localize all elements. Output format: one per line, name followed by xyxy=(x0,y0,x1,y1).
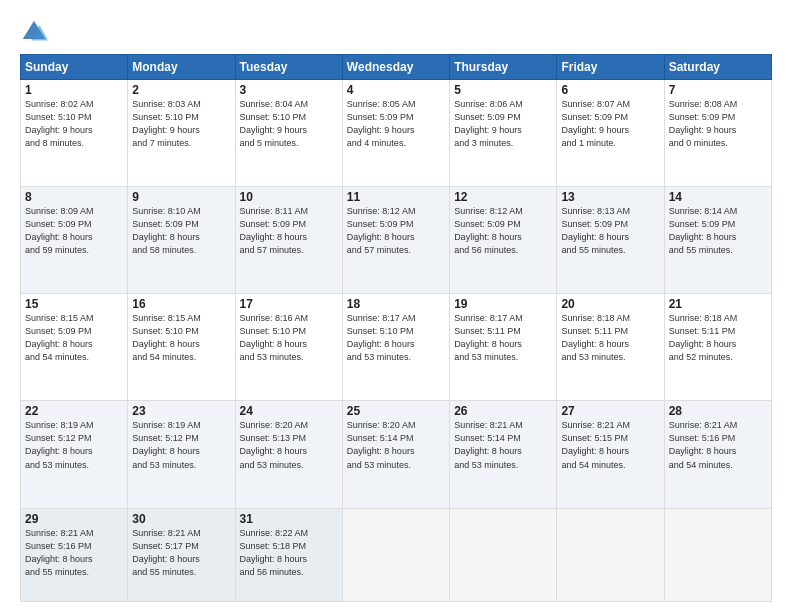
day-number: 3 xyxy=(240,83,338,97)
header xyxy=(20,18,772,46)
calendar-cell: 16Sunrise: 8:15 AM Sunset: 5:10 PM Dayli… xyxy=(128,294,235,401)
calendar-cell: 22Sunrise: 8:19 AM Sunset: 5:12 PM Dayli… xyxy=(21,401,128,508)
calendar-week-row: 15Sunrise: 8:15 AM Sunset: 5:09 PM Dayli… xyxy=(21,294,772,401)
day-number: 11 xyxy=(347,190,445,204)
calendar-week-row: 1Sunrise: 8:02 AM Sunset: 5:10 PM Daylig… xyxy=(21,80,772,187)
day-number: 31 xyxy=(240,512,338,526)
calendar-cell: 11Sunrise: 8:12 AM Sunset: 5:09 PM Dayli… xyxy=(342,187,449,294)
day-info: Sunrise: 8:15 AM Sunset: 5:10 PM Dayligh… xyxy=(132,312,230,364)
day-number: 18 xyxy=(347,297,445,311)
calendar-cell: 12Sunrise: 8:12 AM Sunset: 5:09 PM Dayli… xyxy=(450,187,557,294)
calendar-week-row: 22Sunrise: 8:19 AM Sunset: 5:12 PM Dayli… xyxy=(21,401,772,508)
calendar-cell: 8Sunrise: 8:09 AM Sunset: 5:09 PM Daylig… xyxy=(21,187,128,294)
day-info: Sunrise: 8:17 AM Sunset: 5:11 PM Dayligh… xyxy=(454,312,552,364)
page: SundayMondayTuesdayWednesdayThursdayFrid… xyxy=(0,0,792,612)
day-header-thursday: Thursday xyxy=(450,55,557,80)
calendar-table: SundayMondayTuesdayWednesdayThursdayFrid… xyxy=(20,54,772,602)
day-number: 5 xyxy=(454,83,552,97)
calendar-cell: 9Sunrise: 8:10 AM Sunset: 5:09 PM Daylig… xyxy=(128,187,235,294)
day-info: Sunrise: 8:20 AM Sunset: 5:13 PM Dayligh… xyxy=(240,419,338,471)
day-number: 21 xyxy=(669,297,767,311)
day-info: Sunrise: 8:12 AM Sunset: 5:09 PM Dayligh… xyxy=(347,205,445,257)
calendar-cell: 3Sunrise: 8:04 AM Sunset: 5:10 PM Daylig… xyxy=(235,80,342,187)
day-number: 9 xyxy=(132,190,230,204)
day-number: 24 xyxy=(240,404,338,418)
calendar-cell: 27Sunrise: 8:21 AM Sunset: 5:15 PM Dayli… xyxy=(557,401,664,508)
calendar-cell xyxy=(557,508,664,602)
calendar-cell: 31Sunrise: 8:22 AM Sunset: 5:18 PM Dayli… xyxy=(235,508,342,602)
day-number: 22 xyxy=(25,404,123,418)
day-info: Sunrise: 8:19 AM Sunset: 5:12 PM Dayligh… xyxy=(25,419,123,471)
day-info: Sunrise: 8:21 AM Sunset: 5:14 PM Dayligh… xyxy=(454,419,552,471)
day-number: 30 xyxy=(132,512,230,526)
day-number: 15 xyxy=(25,297,123,311)
day-info: Sunrise: 8:21 AM Sunset: 5:17 PM Dayligh… xyxy=(132,527,230,579)
calendar-week-row: 8Sunrise: 8:09 AM Sunset: 5:09 PM Daylig… xyxy=(21,187,772,294)
day-info: Sunrise: 8:19 AM Sunset: 5:12 PM Dayligh… xyxy=(132,419,230,471)
calendar-cell: 7Sunrise: 8:08 AM Sunset: 5:09 PM Daylig… xyxy=(664,80,771,187)
day-number: 26 xyxy=(454,404,552,418)
day-header-tuesday: Tuesday xyxy=(235,55,342,80)
day-number: 8 xyxy=(25,190,123,204)
calendar-cell: 1Sunrise: 8:02 AM Sunset: 5:10 PM Daylig… xyxy=(21,80,128,187)
day-info: Sunrise: 8:04 AM Sunset: 5:10 PM Dayligh… xyxy=(240,98,338,150)
calendar-cell: 21Sunrise: 8:18 AM Sunset: 5:11 PM Dayli… xyxy=(664,294,771,401)
day-number: 13 xyxy=(561,190,659,204)
day-header-saturday: Saturday xyxy=(664,55,771,80)
day-info: Sunrise: 8:21 AM Sunset: 5:16 PM Dayligh… xyxy=(669,419,767,471)
day-info: Sunrise: 8:14 AM Sunset: 5:09 PM Dayligh… xyxy=(669,205,767,257)
calendar-cell: 20Sunrise: 8:18 AM Sunset: 5:11 PM Dayli… xyxy=(557,294,664,401)
day-info: Sunrise: 8:18 AM Sunset: 5:11 PM Dayligh… xyxy=(669,312,767,364)
day-number: 19 xyxy=(454,297,552,311)
day-info: Sunrise: 8:11 AM Sunset: 5:09 PM Dayligh… xyxy=(240,205,338,257)
day-info: Sunrise: 8:22 AM Sunset: 5:18 PM Dayligh… xyxy=(240,527,338,579)
calendar-cell: 15Sunrise: 8:15 AM Sunset: 5:09 PM Dayli… xyxy=(21,294,128,401)
day-number: 4 xyxy=(347,83,445,97)
day-info: Sunrise: 8:02 AM Sunset: 5:10 PM Dayligh… xyxy=(25,98,123,150)
day-info: Sunrise: 8:03 AM Sunset: 5:10 PM Dayligh… xyxy=(132,98,230,150)
calendar-cell xyxy=(342,508,449,602)
day-number: 28 xyxy=(669,404,767,418)
calendar-cell: 23Sunrise: 8:19 AM Sunset: 5:12 PM Dayli… xyxy=(128,401,235,508)
day-info: Sunrise: 8:17 AM Sunset: 5:10 PM Dayligh… xyxy=(347,312,445,364)
calendar-cell: 30Sunrise: 8:21 AM Sunset: 5:17 PM Dayli… xyxy=(128,508,235,602)
day-number: 12 xyxy=(454,190,552,204)
calendar-cell: 28Sunrise: 8:21 AM Sunset: 5:16 PM Dayli… xyxy=(664,401,771,508)
day-number: 1 xyxy=(25,83,123,97)
day-number: 20 xyxy=(561,297,659,311)
day-header-monday: Monday xyxy=(128,55,235,80)
day-info: Sunrise: 8:20 AM Sunset: 5:14 PM Dayligh… xyxy=(347,419,445,471)
calendar-cell: 13Sunrise: 8:13 AM Sunset: 5:09 PM Dayli… xyxy=(557,187,664,294)
calendar-cell: 6Sunrise: 8:07 AM Sunset: 5:09 PM Daylig… xyxy=(557,80,664,187)
day-header-sunday: Sunday xyxy=(21,55,128,80)
calendar-cell: 17Sunrise: 8:16 AM Sunset: 5:10 PM Dayli… xyxy=(235,294,342,401)
day-info: Sunrise: 8:06 AM Sunset: 5:09 PM Dayligh… xyxy=(454,98,552,150)
day-number: 16 xyxy=(132,297,230,311)
calendar-cell: 26Sunrise: 8:21 AM Sunset: 5:14 PM Dayli… xyxy=(450,401,557,508)
logo xyxy=(20,18,52,46)
day-number: 2 xyxy=(132,83,230,97)
day-number: 6 xyxy=(561,83,659,97)
calendar-cell: 18Sunrise: 8:17 AM Sunset: 5:10 PM Dayli… xyxy=(342,294,449,401)
calendar-cell: 2Sunrise: 8:03 AM Sunset: 5:10 PM Daylig… xyxy=(128,80,235,187)
day-number: 7 xyxy=(669,83,767,97)
day-info: Sunrise: 8:12 AM Sunset: 5:09 PM Dayligh… xyxy=(454,205,552,257)
day-info: Sunrise: 8:18 AM Sunset: 5:11 PM Dayligh… xyxy=(561,312,659,364)
calendar-cell: 25Sunrise: 8:20 AM Sunset: 5:14 PM Dayli… xyxy=(342,401,449,508)
calendar-cell: 29Sunrise: 8:21 AM Sunset: 5:16 PM Dayli… xyxy=(21,508,128,602)
calendar-cell: 5Sunrise: 8:06 AM Sunset: 5:09 PM Daylig… xyxy=(450,80,557,187)
day-number: 10 xyxy=(240,190,338,204)
day-info: Sunrise: 8:21 AM Sunset: 5:15 PM Dayligh… xyxy=(561,419,659,471)
calendar-cell: 4Sunrise: 8:05 AM Sunset: 5:09 PM Daylig… xyxy=(342,80,449,187)
day-info: Sunrise: 8:07 AM Sunset: 5:09 PM Dayligh… xyxy=(561,98,659,150)
calendar-week-row: 29Sunrise: 8:21 AM Sunset: 5:16 PM Dayli… xyxy=(21,508,772,602)
day-number: 14 xyxy=(669,190,767,204)
day-number: 25 xyxy=(347,404,445,418)
logo-icon xyxy=(20,18,48,46)
day-number: 23 xyxy=(132,404,230,418)
day-number: 29 xyxy=(25,512,123,526)
calendar-header-row: SundayMondayTuesdayWednesdayThursdayFrid… xyxy=(21,55,772,80)
calendar-cell: 24Sunrise: 8:20 AM Sunset: 5:13 PM Dayli… xyxy=(235,401,342,508)
calendar-cell: 19Sunrise: 8:17 AM Sunset: 5:11 PM Dayli… xyxy=(450,294,557,401)
calendar-cell: 14Sunrise: 8:14 AM Sunset: 5:09 PM Dayli… xyxy=(664,187,771,294)
